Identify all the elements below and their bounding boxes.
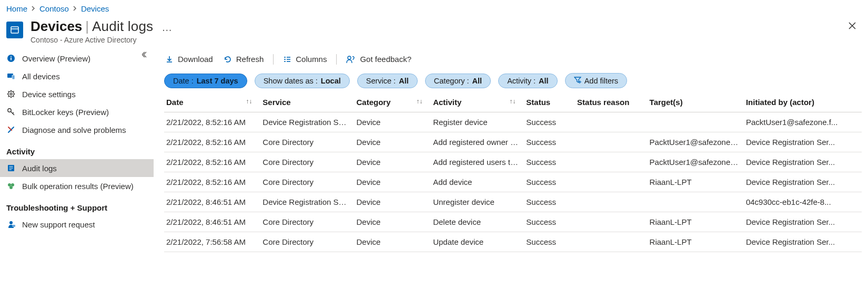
sidebar-section-activity: Activity — [0, 139, 154, 159]
col-header-service[interactable]: Service — [260, 93, 354, 112]
cell-status: Success — [524, 232, 575, 252]
col-header-initiated-by[interactable]: Initiated by (actor) — [744, 93, 862, 112]
cell-targets: RiaanL-LPT — [648, 232, 744, 252]
wrench-icon — [6, 125, 16, 134]
cell-activity: Add registered owner t... — [431, 132, 524, 152]
breadcrumb-link-home[interactable]: Home — [6, 4, 27, 13]
cell-initiated_by: PacktUser1@safezone.f... — [744, 112, 862, 132]
col-header-label: Status reason — [577, 98, 629, 107]
col-header-date[interactable]: Date↑↓ — [164, 93, 260, 112]
filter-label: Date : — [173, 77, 194, 85]
cell-service: Device Registration Ser... — [260, 112, 354, 132]
filter-category-pill[interactable]: Category : All — [425, 74, 491, 88]
refresh-icon — [224, 55, 232, 64]
svg-point-26 — [9, 186, 13, 189]
table-row[interactable]: 2/21/2022, 8:46:51 AMCore DirectoryDevic… — [164, 212, 862, 232]
chevron-right-icon — [32, 6, 35, 12]
col-header-status[interactable]: Status — [524, 93, 575, 112]
add-filters-label: Add filters — [584, 77, 618, 85]
cell-service: Core Directory — [260, 152, 354, 172]
col-header-category[interactable]: Category↑↓ — [355, 93, 431, 112]
columns-label: Columns — [296, 55, 327, 64]
close-button[interactable] — [843, 18, 862, 36]
cell-date: 2/21/2022, 8:52:16 AM — [164, 132, 260, 152]
breadcrumb-link-contoso[interactable]: Contoso — [39, 4, 69, 13]
cell-status_reason — [575, 112, 647, 132]
filter-value: All — [472, 77, 482, 85]
filter-show-dates-pill[interactable]: Show dates as : Local — [255, 74, 350, 88]
key-icon — [6, 107, 16, 117]
cell-service: Core Directory — [260, 172, 354, 192]
sidebar: Overview (Preview) All devices Device se… — [0, 48, 154, 233]
page-subtitle: Contoso - Azure Active Directory — [31, 36, 843, 44]
col-header-status-reason[interactable]: Status reason — [575, 93, 647, 112]
sidebar-item-new-support-request[interactable]: New support request — [0, 215, 154, 233]
cell-initiated_by: Device Registration Ser... — [744, 232, 862, 252]
cell-date: 2/21/2022, 8:46:51 AM — [164, 192, 260, 212]
sidebar-item-diagnose[interactable]: Diagnose and solve problems — [0, 121, 154, 139]
sidebar-item-audit-logs[interactable]: Audit logs — [0, 159, 154, 177]
more-options-button[interactable]: … — [156, 22, 177, 34]
cell-status_reason — [575, 232, 647, 252]
cell-category: Device — [355, 232, 431, 252]
filter-value: Last 7 days — [197, 77, 238, 85]
col-header-targets[interactable]: Target(s) — [648, 93, 744, 112]
add-filters-button[interactable]: Add filters — [565, 73, 627, 88]
filter-activity-pill[interactable]: Activity : All — [498, 74, 558, 88]
cell-initiated_by: Device Registration Ser... — [744, 212, 862, 232]
collapse-sidebar-button[interactable] — [140, 49, 150, 61]
cell-date: 2/21/2022, 8:52:16 AM — [164, 152, 260, 172]
sidebar-item-all-devices[interactable]: All devices — [0, 67, 154, 85]
sidebar-item-bitlocker-keys[interactable]: BitLocker keys (Preview) — [0, 103, 154, 121]
page-title-main: Devices — [31, 18, 82, 35]
title-separator: | — [85, 18, 89, 35]
table-row[interactable]: 2/21/2022, 7:56:58 AMCore DirectoryDevic… — [164, 232, 862, 252]
svg-line-19 — [13, 112, 14, 113]
svg-point-8 — [10, 93, 12, 95]
cell-activity: Unregister device — [431, 192, 524, 212]
log-icon — [6, 163, 16, 173]
svg-point-27 — [9, 221, 13, 224]
cell-category: Device — [355, 152, 431, 172]
breadcrumb-link-devices[interactable]: Devices — [81, 4, 109, 13]
col-header-label: Category — [357, 98, 391, 107]
cell-targets — [648, 112, 744, 132]
table-row[interactable]: 2/21/2022, 8:52:16 AMCore DirectoryDevic… — [164, 172, 862, 192]
svg-point-17 — [8, 109, 11, 112]
sidebar-item-label: Audit logs — [22, 164, 57, 173]
sidebar-item-device-settings[interactable]: Device settings — [0, 85, 154, 103]
cell-status_reason — [575, 152, 647, 172]
cell-activity: Update device — [431, 232, 524, 252]
col-header-activity[interactable]: Activity↑↓ — [431, 93, 524, 112]
cell-service: Device Registration Ser... — [260, 192, 354, 212]
filter-label: Service : — [366, 77, 396, 85]
filter-value: Local — [321, 77, 341, 85]
cell-targets: RiaanL-LPT — [648, 212, 744, 232]
col-header-label: Status — [526, 98, 550, 107]
svg-line-16 — [8, 96, 9, 97]
col-header-label: Initiated by (actor) — [746, 98, 814, 107]
filter-date-pill[interactable]: Date : Last 7 days — [164, 74, 247, 88]
filter-service-pill[interactable]: Service : All — [357, 74, 418, 88]
chevron-right-icon — [73, 6, 77, 12]
sidebar-item-bulk-operations[interactable]: Bulk operation results (Preview) — [0, 177, 154, 195]
svg-point-24 — [8, 183, 11, 186]
cell-activity: Delete device — [431, 212, 524, 232]
cell-status: Success — [524, 132, 575, 152]
table-row[interactable]: 2/21/2022, 8:52:16 AMDevice Registration… — [164, 112, 862, 132]
cell-targets: RiaanL-LPT — [648, 172, 744, 192]
refresh-button[interactable]: Refresh — [223, 53, 265, 66]
table-row[interactable]: 2/21/2022, 8:52:16 AMCore DirectoryDevic… — [164, 152, 862, 172]
toolbar-separator — [273, 54, 274, 65]
table-row[interactable]: 2/21/2022, 8:52:16 AMCore DirectoryDevic… — [164, 132, 862, 152]
toolbar-separator — [336, 54, 337, 65]
table-row[interactable]: 2/21/2022, 8:46:51 AMDevice Registration… — [164, 192, 862, 212]
cell-service: Core Directory — [260, 232, 354, 252]
download-button[interactable]: Download — [164, 53, 214, 66]
filter-value: All — [399, 77, 409, 85]
feedback-button[interactable]: Got feedback? — [345, 53, 412, 66]
sidebar-item-overview[interactable]: Overview (Preview) — [0, 49, 154, 67]
columns-button[interactable]: Columns — [282, 53, 328, 66]
sort-icon: ↑↓ — [416, 98, 426, 105]
cell-initiated_by: Device Registration Ser... — [744, 132, 862, 152]
